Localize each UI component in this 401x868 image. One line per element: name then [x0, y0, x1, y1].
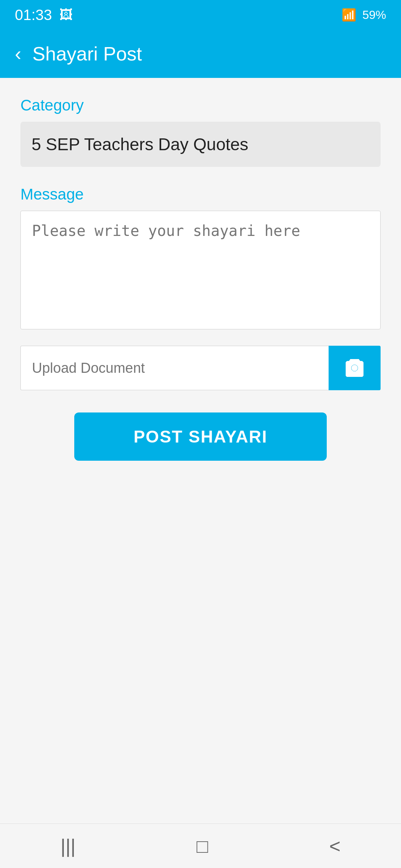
- camera-icon: [343, 356, 366, 380]
- svg-point-0: [351, 365, 358, 371]
- camera-upload-button[interactable]: [329, 346, 381, 390]
- status-bar-right: 📶 59%: [342, 8, 386, 22]
- upload-document-input[interactable]: [20, 346, 329, 390]
- message-label: Message: [20, 185, 381, 203]
- content-area: Category 5 SEP Teachers Day Quotes Messa…: [0, 78, 401, 823]
- message-input[interactable]: [20, 211, 381, 329]
- recent-apps-button[interactable]: |||: [61, 835, 76, 857]
- status-bar-left: 01:33 🖼: [15, 7, 73, 23]
- gallery-icon: 🖼: [59, 7, 73, 23]
- home-button[interactable]: □: [196, 835, 208, 857]
- category-label: Category: [20, 96, 381, 114]
- upload-row: [20, 346, 381, 390]
- post-button-wrapper: POST SHAYARI: [20, 412, 381, 461]
- status-bar: 01:33 🖼 📶 59%: [0, 0, 401, 30]
- back-nav-button[interactable]: <: [329, 835, 340, 857]
- status-time: 01:33: [15, 7, 52, 23]
- app-bar-title: Shayari Post: [32, 43, 142, 65]
- back-button[interactable]: ‹: [15, 43, 21, 65]
- battery-level: 59%: [362, 8, 386, 22]
- category-box: 5 SEP Teachers Day Quotes: [20, 122, 381, 167]
- app-bar: ‹ Shayari Post: [0, 30, 401, 78]
- category-value: 5 SEP Teachers Day Quotes: [32, 135, 248, 154]
- wifi-signal: 📶: [342, 8, 356, 22]
- nav-bar: ||| □ <: [0, 823, 401, 868]
- post-shayari-button[interactable]: POST SHAYARI: [74, 412, 327, 461]
